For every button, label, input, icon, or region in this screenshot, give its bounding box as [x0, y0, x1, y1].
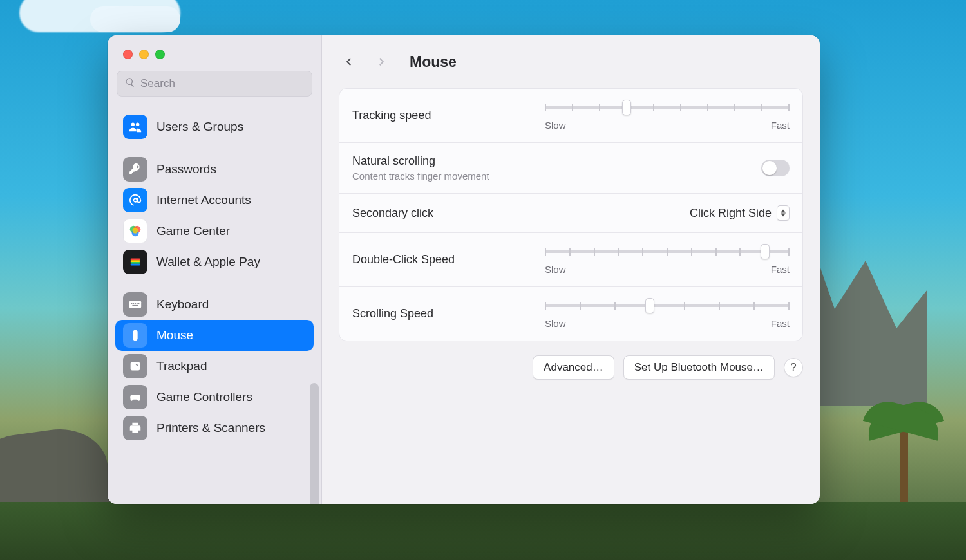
- svg-rect-5: [131, 260, 140, 262]
- close-window-button[interactable]: [123, 50, 133, 59]
- svg-rect-13: [138, 303, 140, 304]
- svg-rect-6: [131, 262, 140, 264]
- sidebar-item-printers[interactable]: Printers & Scanners: [115, 413, 314, 443]
- slider-min-label: Slow: [545, 264, 566, 275]
- footer-buttons: Advanced… Set Up Bluetooth Mouse… ?: [339, 355, 803, 380]
- header: Mouse: [322, 35, 820, 88]
- svg-rect-8: [129, 301, 141, 308]
- svg-point-3: [132, 228, 138, 234]
- page-title: Mouse: [410, 53, 457, 71]
- keyboard-icon: [123, 292, 147, 317]
- gamecenter-icon: [123, 219, 147, 243]
- sidebar: Users & Groups Passwords Internet Accoun…: [108, 35, 322, 504]
- row-secondary-click: Secondary click Click Right Side: [339, 194, 802, 233]
- setup-bluetooth-mouse-button[interactable]: Set Up Bluetooth Mouse…: [623, 355, 775, 380]
- search-input[interactable]: [140, 77, 304, 90]
- row-scrolling-speed: Scrolling Speed Slow Fast: [339, 287, 802, 341]
- sidebar-item-label: Keyboard: [156, 297, 209, 312]
- sidebar-item-label: Trackpad: [156, 359, 207, 373]
- secondary-click-label: Secondary click: [352, 207, 433, 220]
- sidebar-item-internet-accounts[interactable]: Internet Accounts: [115, 185, 314, 216]
- sidebar-scrollbar[interactable]: [310, 383, 319, 504]
- users-icon: [123, 115, 147, 139]
- search-field[interactable]: [117, 71, 312, 97]
- wallet-icon: [123, 250, 147, 274]
- system-settings-window: Users & Groups Passwords Internet Accoun…: [108, 35, 820, 504]
- svg-rect-15: [133, 330, 137, 341]
- search-icon: [125, 77, 135, 91]
- slider-min-label: Slow: [545, 120, 566, 131]
- sidebar-item-keyboard[interactable]: Keyboard: [115, 289, 314, 320]
- key-icon: [123, 157, 147, 182]
- tracking-speed-slider[interactable]: [545, 100, 790, 115]
- slider-max-label: Fast: [771, 264, 790, 275]
- controller-icon: [123, 385, 147, 409]
- svg-rect-7: [131, 264, 140, 266]
- svg-rect-4: [131, 259, 140, 261]
- double-click-speed-slider[interactable]: [545, 245, 790, 259]
- svg-rect-10: [133, 303, 134, 304]
- at-icon: [123, 188, 147, 212]
- sidebar-item-label: Mouse: [156, 328, 193, 342]
- natural-scrolling-sub: Content tracks finger movement: [352, 171, 489, 182]
- sidebar-item-game-controllers[interactable]: Game Controllers: [115, 382, 314, 413]
- row-double-click-speed: Double-Click Speed Slow Fast: [339, 233, 802, 287]
- mouse-settings-card: Tracking speed Slow Fast Natural: [339, 88, 803, 341]
- window-controls: [108, 35, 321, 59]
- sidebar-item-trackpad[interactable]: Trackpad: [115, 351, 314, 382]
- svg-rect-11: [135, 303, 136, 304]
- svg-rect-12: [137, 303, 138, 304]
- double-click-speed-label: Double-Click Speed: [352, 253, 455, 266]
- tracking-speed-label: Tracking speed: [352, 109, 431, 122]
- updown-stepper-icon: [777, 205, 790, 221]
- minimize-window-button[interactable]: [139, 50, 149, 59]
- row-tracking-speed: Tracking speed Slow Fast: [339, 89, 802, 143]
- back-button[interactable]: [339, 51, 359, 72]
- sidebar-item-label: Printers & Scanners: [156, 421, 265, 435]
- sidebar-item-passwords[interactable]: Passwords: [115, 154, 314, 185]
- secondary-click-value: Click Right Side: [690, 207, 772, 220]
- printer-icon: [123, 416, 147, 440]
- help-button[interactable]: ?: [784, 358, 803, 377]
- sidebar-item-label: Internet Accounts: [156, 193, 251, 207]
- svg-rect-9: [131, 303, 133, 304]
- sidebar-item-mouse[interactable]: Mouse: [115, 320, 314, 351]
- sidebar-item-label: Passwords: [156, 162, 216, 176]
- sidebar-item-game-center[interactable]: Game Center: [115, 216, 314, 247]
- sidebar-item-wallet[interactable]: Wallet & Apple Pay: [115, 247, 314, 277]
- trackpad-icon: [123, 354, 147, 378]
- secondary-click-select[interactable]: Click Right Side: [690, 205, 790, 221]
- main-pane: Mouse Tracking speed Slow Fast: [322, 35, 820, 504]
- slider-max-label: Fast: [771, 120, 790, 131]
- zoom-window-button[interactable]: [155, 50, 165, 59]
- natural-scrolling-toggle[interactable]: [761, 160, 790, 176]
- svg-rect-16: [131, 362, 140, 371]
- sidebar-item-label: Users & Groups: [156, 120, 243, 134]
- slider-min-label: Slow: [545, 318, 566, 329]
- mouse-icon: [123, 323, 147, 348]
- slider-max-label: Fast: [771, 318, 790, 329]
- advanced-button[interactable]: Advanced…: [533, 355, 614, 380]
- natural-scrolling-label: Natural scrolling: [352, 154, 489, 168]
- sidebar-item-users-groups[interactable]: Users & Groups: [115, 111, 314, 142]
- sidebar-item-label: Game Controllers: [156, 390, 252, 404]
- forward-button[interactable]: [371, 51, 392, 72]
- scrolling-speed-slider[interactable]: [545, 299, 790, 313]
- row-natural-scrolling: Natural scrolling Content tracks finger …: [339, 143, 802, 194]
- sidebar-items: Users & Groups Passwords Internet Accoun…: [108, 106, 321, 504]
- svg-rect-14: [132, 305, 138, 306]
- scrolling-speed-label: Scrolling Speed: [352, 307, 433, 321]
- sidebar-item-label: Game Center: [156, 224, 230, 238]
- sidebar-item-label: Wallet & Apple Pay: [156, 255, 260, 269]
